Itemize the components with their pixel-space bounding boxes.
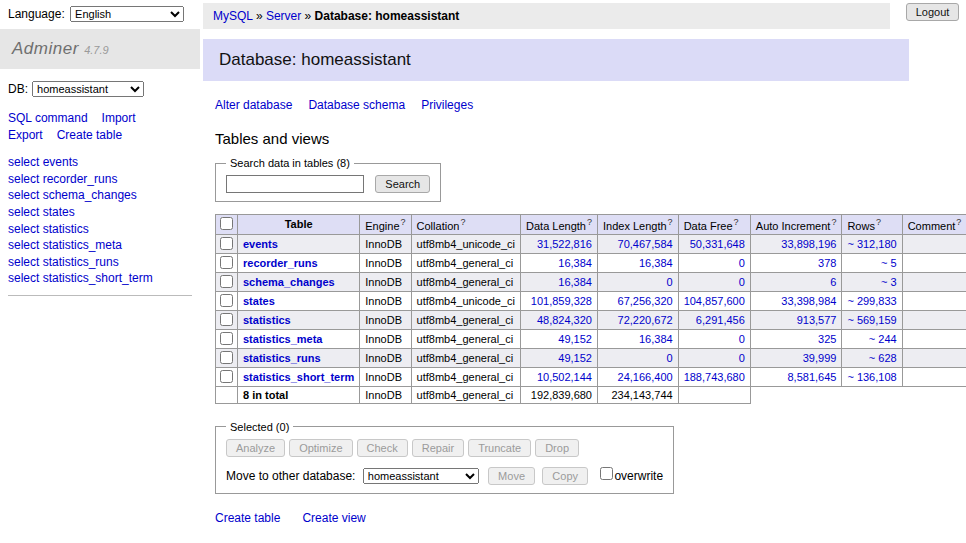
truncate-button[interactable]: Truncate xyxy=(468,439,531,457)
sidebar-select-statistics[interactable]: select statistics xyxy=(8,220,192,237)
help-icon[interactable]: ? xyxy=(831,217,836,227)
search-input[interactable] xyxy=(226,175,364,193)
rows-link[interactable]: ~ 244 xyxy=(869,333,897,345)
row-checkbox-schema-changes[interactable] xyxy=(220,275,233,288)
sidebar-link-create-table[interactable]: Create table xyxy=(57,128,122,142)
index-length-link[interactable]: 67,256,320 xyxy=(618,295,673,307)
data-length-link[interactable]: 48,824,320 xyxy=(537,314,592,326)
index-length-link[interactable]: 0 xyxy=(667,352,673,364)
help-icon[interactable]: ? xyxy=(587,217,592,227)
sidebar-link-sql-command[interactable]: SQL command xyxy=(8,111,88,125)
sidebar-select-statistics-meta[interactable]: select statistics_meta xyxy=(8,237,192,254)
auto-increment-link[interactable]: 33,398,984 xyxy=(781,295,836,307)
index-length-link[interactable]: 24,166,400 xyxy=(618,371,673,383)
auto-increment-link[interactable]: 378 xyxy=(818,257,836,269)
sidebar-select-events[interactable]: select events xyxy=(8,154,192,171)
data-free-link[interactable]: 0 xyxy=(739,333,745,345)
optimize-button[interactable]: Optimize xyxy=(289,439,352,457)
breadcrumb-link-server[interactable]: Server xyxy=(266,9,301,23)
rows-link[interactable]: ~ 628 xyxy=(869,352,897,364)
analyze-button[interactable]: Analyze xyxy=(226,439,285,457)
data-length-link[interactable]: 49,152 xyxy=(558,352,592,364)
data-length-link[interactable]: 49,152 xyxy=(558,333,592,345)
data-free-link[interactable]: 0 xyxy=(739,276,745,288)
breadcrumb-link-mysql[interactable]: MySQL xyxy=(213,9,253,23)
data-free-link[interactable]: 6,291,456 xyxy=(696,314,745,326)
row-checkbox-states[interactable] xyxy=(220,294,233,307)
rows-link[interactable]: ~ 5 xyxy=(881,257,897,269)
sidebar-select-schema-changes[interactable]: select schema_changes xyxy=(8,187,192,204)
app-name[interactable]: Adminer xyxy=(12,39,79,58)
table-link-statistics-runs[interactable]: statistics_runs xyxy=(243,352,321,364)
select-all-checkbox[interactable] xyxy=(220,217,233,230)
data-length-link[interactable]: 16,384 xyxy=(558,257,592,269)
index-length-link[interactable]: 16,384 xyxy=(639,333,673,345)
check-button[interactable]: Check xyxy=(357,439,408,457)
table-link-states[interactable]: states xyxy=(243,295,275,307)
help-icon[interactable]: ? xyxy=(460,217,465,227)
index-length-link[interactable]: 16,384 xyxy=(639,257,673,269)
create-table-link[interactable]: Create table xyxy=(215,511,280,525)
auto-increment-link[interactable]: 913,577 xyxy=(797,314,837,326)
sidebar-select-recorder-runs[interactable]: select recorder_runs xyxy=(8,171,192,188)
index-length-link[interactable]: 70,467,584 xyxy=(618,238,673,250)
rows-link[interactable]: ~ 136,108 xyxy=(847,371,896,383)
table-link-statistics[interactable]: statistics xyxy=(243,314,291,326)
overwrite-checkbox[interactable] xyxy=(600,467,613,480)
copy-button[interactable]: Copy xyxy=(542,467,588,485)
auto-increment-link[interactable]: 8,581,645 xyxy=(787,371,836,383)
row-checkbox-events[interactable] xyxy=(220,237,233,250)
help-icon[interactable]: ? xyxy=(956,217,961,227)
data-free-link[interactable]: 0 xyxy=(739,257,745,269)
data-free-link[interactable]: 50,331,648 xyxy=(690,238,745,250)
db-select[interactable]: homeassistant xyxy=(32,81,144,97)
privileges-link[interactable]: Privileges xyxy=(421,98,473,112)
search-button[interactable]: Search xyxy=(375,175,430,193)
table-link-statistics-short-term[interactable]: statistics_short_term xyxy=(243,371,354,383)
help-icon[interactable]: ? xyxy=(668,217,673,227)
sidebar-link-export[interactable]: Export xyxy=(8,128,43,142)
auto-increment-link[interactable]: 39,999 xyxy=(803,352,837,364)
repair-button[interactable]: Repair xyxy=(412,439,464,457)
row-checkbox-recorder-runs[interactable] xyxy=(220,256,233,269)
help-icon[interactable]: ? xyxy=(401,217,406,227)
data-free-link[interactable]: 188,743,680 xyxy=(684,371,745,383)
sidebar-select-states[interactable]: select states xyxy=(8,204,192,221)
sidebar-select-statistics-runs[interactable]: select statistics_runs xyxy=(8,254,192,271)
data-length-link[interactable]: 16,384 xyxy=(558,276,592,288)
table-link-schema-changes[interactable]: schema_changes xyxy=(243,276,335,288)
data-length-link[interactable]: 10,502,144 xyxy=(537,371,592,383)
help-icon[interactable]: ? xyxy=(876,217,881,227)
row-checkbox-statistics[interactable] xyxy=(220,313,233,326)
move-button[interactable]: Move xyxy=(488,467,535,485)
drop-button[interactable]: Drop xyxy=(535,439,579,457)
index-length-link[interactable]: 72,220,672 xyxy=(618,314,673,326)
data-free-link[interactable]: 0 xyxy=(739,352,745,364)
rows-link[interactable]: ~ 312,180 xyxy=(847,238,896,250)
row-checkbox-statistics-meta[interactable] xyxy=(220,332,233,345)
table-link-statistics-meta[interactable]: statistics_meta xyxy=(243,333,323,345)
data-free-link[interactable]: 104,857,600 xyxy=(684,295,745,307)
database-schema-link[interactable]: Database schema xyxy=(308,98,405,112)
sidebar-link-import[interactable]: Import xyxy=(102,111,136,125)
data-length-link[interactable]: 31,522,816 xyxy=(537,238,592,250)
index-length-link[interactable]: 0 xyxy=(667,276,673,288)
language-select[interactable]: English xyxy=(70,6,184,22)
auto-increment-link[interactable]: 325 xyxy=(818,333,836,345)
create-view-link[interactable]: Create view xyxy=(302,511,365,525)
auto-increment-link[interactable]: 33,898,196 xyxy=(781,238,836,250)
alter-database-link[interactable]: Alter database xyxy=(215,98,292,112)
help-icon[interactable]: ? xyxy=(734,217,739,227)
rows-link[interactable]: ~ 299,833 xyxy=(847,295,896,307)
auto-increment-link[interactable]: 6 xyxy=(830,276,836,288)
move-db-select[interactable]: homeassistant xyxy=(363,468,479,484)
rows-link[interactable]: ~ 569,159 xyxy=(847,314,896,326)
sidebar-select-statistics-short-term[interactable]: select statistics_short_term xyxy=(8,270,192,287)
table-link-recorder-runs[interactable]: recorder_runs xyxy=(243,257,318,269)
rows-link[interactable]: ~ 3 xyxy=(881,276,897,288)
table-link-events[interactable]: events xyxy=(243,238,278,250)
data-length-link[interactable]: 101,859,328 xyxy=(531,295,592,307)
row-checkbox-statistics-runs[interactable] xyxy=(220,351,233,364)
row-checkbox-statistics-short-term[interactable] xyxy=(220,370,233,383)
logout-button[interactable]: Logout xyxy=(906,3,960,21)
